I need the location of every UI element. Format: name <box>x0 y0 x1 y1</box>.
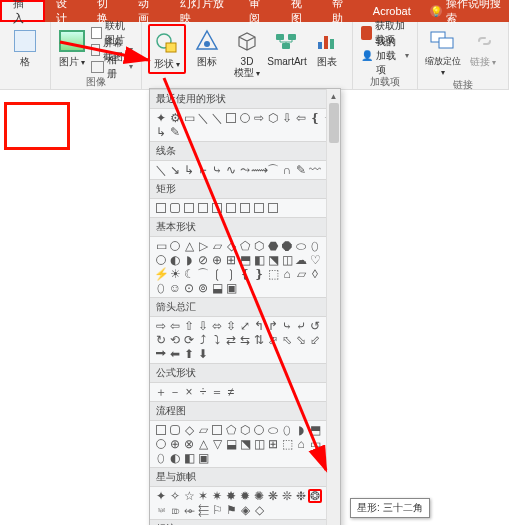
scroll-thumb[interactable] <box>329 103 339 143</box>
zoom-label: 缩放定位 <box>424 56 462 78</box>
shape-oval[interactable] <box>240 113 250 123</box>
tab-slideshow[interactable]: 幻灯片放映 <box>169 0 239 22</box>
scroll-up-arrow[interactable]: ▲ <box>327 89 340 103</box>
online-pic-icon <box>91 27 102 39</box>
svg-rect-5 <box>288 34 296 40</box>
picture-label: 图片 <box>59 56 85 68</box>
grid-lines: ＼ ↘ ↳ ⌐ ⤷ ∿ ⤳ ⟿ ⌒ ∩ ✎ 〰 <box>150 161 340 162</box>
shapes-button[interactable]: 形状 <box>148 24 186 74</box>
chart-button[interactable]: 图表 <box>308 24 346 69</box>
svg-rect-6 <box>282 43 290 49</box>
images-group-label: 图像 <box>57 75 135 87</box>
tab-insert[interactable]: 插入 <box>0 0 45 22</box>
store-icon <box>361 26 372 40</box>
icons-button[interactable]: 图标 <box>188 24 226 69</box>
my-addons-button[interactable]: 👤我的加载项 <box>359 47 411 64</box>
slide-thumbnail-1[interactable] <box>4 102 70 150</box>
shape-rarr[interactable]: ⇩ <box>280 111 294 125</box>
svg-rect-4 <box>276 34 284 40</box>
group-table: 格 <box>0 22 51 89</box>
shape-textbox[interactable]: ▭ <box>182 111 196 125</box>
shape-conn[interactable]: ↳ <box>154 125 168 139</box>
section-recent: 最近使用的形状 <box>150 89 340 109</box>
tab-design[interactable]: 设计 <box>45 0 86 22</box>
svg-rect-11 <box>439 38 453 48</box>
ribbon-body: 格 图片 联机图片 屏幕截图 相册 图像 形状 <box>0 22 509 90</box>
shape-arrow-r[interactable]: ⇨ <box>252 111 266 125</box>
group-addons: 获取加载项 👤我的加载项 加载项 <box>353 22 418 89</box>
svg-rect-1 <box>166 43 176 52</box>
shape-hex[interactable]: ⬡ <box>266 111 280 125</box>
photo-album-button[interactable]: 相册 <box>89 58 135 75</box>
links-group-label: 链接 <box>424 78 502 90</box>
icons-icon <box>192 26 222 56</box>
ribbon-tab-bar: 插入 设计 切换 动画 幻灯片放映 审阅 视图 帮助 Acrobat 操作说明搜… <box>0 0 509 22</box>
smartart-label: SmartArt <box>267 56 306 67</box>
shape-free[interactable]: ✎ <box>168 125 182 139</box>
shape-gear[interactable]: ⚙ <box>168 111 182 125</box>
shape-line[interactable]: ＼ <box>196 111 210 125</box>
picture-icon <box>59 30 85 52</box>
chart-label: 图表 <box>317 56 337 67</box>
smartart-button[interactable]: SmartArt <box>268 24 306 69</box>
link-icon <box>468 26 498 56</box>
tab-review[interactable]: 审阅 <box>238 0 279 22</box>
zoom-button[interactable]: 缩放定位 <box>424 24 462 80</box>
3d-models-button[interactable]: 3D 模型 <box>228 24 266 81</box>
grid-recent: ✦ ⚙ ▭ ＼ ＼ ⇨ ⬡ ⇩ ⇦ ❴ ✧ ↳ ✎ <box>150 109 340 141</box>
shape-rect[interactable] <box>226 113 236 123</box>
3d-label: 3D 模型 <box>234 56 260 79</box>
lightbulb-icon <box>430 5 442 17</box>
svg-point-3 <box>204 41 210 47</box>
shape-line2[interactable]: ＼ <box>210 111 224 125</box>
icons-label: 图标 <box>197 56 217 67</box>
table-label: 格 <box>20 56 30 67</box>
group-images: 图片 联机图片 屏幕截图 相册 图像 <box>51 22 142 89</box>
screenshot-icon <box>91 44 100 56</box>
group-links: 缩放定位 链接 链接 <box>418 22 509 89</box>
picture-button[interactable]: 图片 <box>57 24 87 70</box>
tab-animation[interactable]: 动画 <box>127 0 168 22</box>
table-button[interactable]: 格 <box>6 24 44 69</box>
addons-group-label: 加载项 <box>359 75 411 87</box>
shape-brace[interactable]: ❴ <box>308 111 322 125</box>
link-button[interactable]: 链接 <box>464 24 502 70</box>
svg-rect-9 <box>330 39 334 49</box>
svg-rect-7 <box>318 42 322 49</box>
table-icon <box>14 30 36 52</box>
tab-help[interactable]: 帮助 <box>321 0 362 22</box>
smartart-icon <box>272 26 302 56</box>
tab-view[interactable]: 视图 <box>280 0 321 22</box>
zoom-icon <box>428 26 458 56</box>
chart-icon <box>312 26 342 56</box>
person-icon: 👤 <box>361 50 373 62</box>
link-label: 链接 <box>470 56 496 68</box>
svg-rect-8 <box>324 36 328 49</box>
shapes-icon <box>152 28 182 58</box>
shape-larr[interactable]: ⇦ <box>294 111 308 125</box>
shapes-label: 形状 <box>154 58 180 70</box>
shapes-dropdown: ▲ 最近使用的形状 ✦ ⚙ ▭ ＼ ＼ ⇨ ⬡ ⇩ ⇦ ❴ ✧ ↳ ✎ 线条 ＼… <box>149 88 341 162</box>
dropdown-scrollbar[interactable]: ▲ <box>326 89 340 162</box>
section-lines: 线条 <box>150 141 340 161</box>
shape-explosion[interactable]: ✦ <box>154 111 168 125</box>
cube-icon <box>232 26 262 56</box>
group-illustrations: 形状 图标 3D 模型 SmartArt 图表 <box>142 22 353 89</box>
album-icon <box>91 61 104 73</box>
